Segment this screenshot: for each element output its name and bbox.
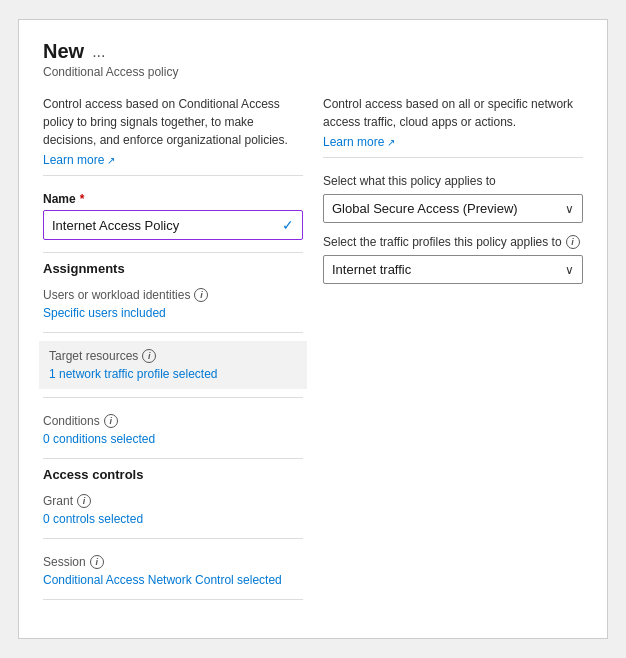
session-info-icon[interactable]: i — [90, 555, 104, 569]
users-section: Users or workload identities i Specific … — [43, 280, 303, 324]
session-value[interactable]: Conditional Access Network Control selec… — [43, 573, 303, 587]
policy-chevron-icon: ∨ — [565, 202, 574, 216]
left-learn-more-label: Learn more — [43, 153, 104, 167]
select-profiles-section: Select the traffic profiles this policy … — [323, 227, 583, 288]
name-section: Name * ✓ — [43, 184, 303, 244]
grant-section: Grant i 0 controls selected — [43, 486, 303, 530]
profiles-chevron-icon: ∨ — [565, 263, 574, 277]
grant-label-row: Grant i — [43, 494, 303, 508]
divider-6 — [43, 538, 303, 539]
divider-1 — [43, 175, 303, 176]
main-content: Control access based on Conditional Acce… — [43, 95, 583, 618]
required-star: * — [80, 192, 85, 206]
select-profiles-dropdown[interactable]: Internet traffic ∨ — [323, 255, 583, 284]
grant-info-icon[interactable]: i — [77, 494, 91, 508]
policy-value: Global Secure Access (Preview) — [332, 201, 518, 216]
checkmark-icon: ✓ — [282, 217, 294, 233]
right-divider-1 — [323, 157, 583, 158]
left-panel: Control access based on Conditional Acce… — [43, 95, 303, 618]
users-label: Users or workload identities — [43, 288, 190, 302]
card-subtitle: Conditional Access policy — [43, 65, 583, 79]
assignments-header: Assignments — [43, 261, 303, 276]
name-input[interactable] — [52, 218, 282, 233]
left-learn-more-link[interactable]: Learn more ↗ — [43, 153, 303, 167]
users-value[interactable]: Specific users included — [43, 306, 303, 320]
conditions-info-icon[interactable]: i — [104, 414, 118, 428]
grant-value[interactable]: 0 controls selected — [43, 512, 303, 526]
name-label: Name — [43, 192, 76, 206]
assignments-section: Assignments Users or workload identities… — [43, 261, 303, 450]
select-policy-dropdown[interactable]: Global Secure Access (Preview) ∨ — [323, 194, 583, 223]
divider-5 — [43, 458, 303, 459]
conditions-label: Conditions — [43, 414, 100, 428]
users-info-icon[interactable]: i — [194, 288, 208, 302]
session-section: Session i Conditional Access Network Con… — [43, 547, 303, 591]
users-label-row: Users or workload identities i — [43, 288, 303, 302]
divider-2 — [43, 252, 303, 253]
main-card: New ... Conditional Access policy Contro… — [18, 19, 608, 639]
more-button[interactable]: ... — [92, 43, 105, 61]
select-profiles-label-row: Select the traffic profiles this policy … — [323, 235, 583, 249]
right-learn-more-link[interactable]: Learn more ↗ — [323, 135, 583, 149]
page-title: New — [43, 40, 84, 63]
right-panel: Control access based on all or specific … — [323, 95, 583, 618]
profiles-info-icon[interactable]: i — [566, 235, 580, 249]
target-resources-label: Target resources — [49, 349, 138, 363]
select-profiles-label: Select the traffic profiles this policy … — [323, 235, 562, 249]
conditions-value[interactable]: 0 conditions selected — [43, 432, 303, 446]
session-label-row: Session i — [43, 555, 303, 569]
divider-4 — [43, 397, 303, 398]
name-label-row: Name * — [43, 192, 303, 206]
session-label: Session — [43, 555, 86, 569]
card-header: New ... — [43, 40, 583, 63]
target-resources-section: Target resources i 1 network traffic pro… — [39, 341, 307, 389]
external-link-icon: ↗ — [107, 155, 115, 166]
target-resources-info-icon[interactable]: i — [142, 349, 156, 363]
target-resources-value[interactable]: 1 network traffic profile selected — [49, 367, 297, 381]
right-external-link-icon: ↗ — [387, 137, 395, 148]
name-input-wrapper[interactable]: ✓ — [43, 210, 303, 240]
conditions-label-row: Conditions i — [43, 414, 303, 428]
right-description: Control access based on all or specific … — [323, 95, 583, 131]
right-learn-more-label: Learn more — [323, 135, 384, 149]
grant-label: Grant — [43, 494, 73, 508]
left-description: Control access based on Conditional Acce… — [43, 95, 303, 149]
divider-3 — [43, 332, 303, 333]
select-policy-label: Select what this policy applies to — [323, 174, 583, 188]
access-controls-section: Access controls Grant i 0 controls selec… — [43, 467, 303, 608]
divider-7 — [43, 599, 303, 600]
target-resources-label-row: Target resources i — [49, 349, 297, 363]
conditions-section: Conditions i 0 conditions selected — [43, 406, 303, 450]
select-policy-section: Select what this policy applies to Globa… — [323, 166, 583, 227]
profiles-value: Internet traffic — [332, 262, 411, 277]
access-controls-header: Access controls — [43, 467, 303, 482]
